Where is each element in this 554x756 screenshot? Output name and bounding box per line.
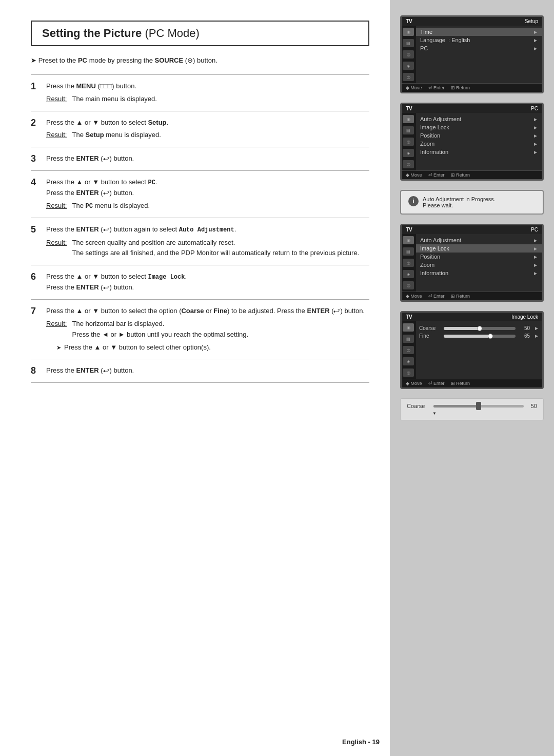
- screen4-footer: ◆ Move ⏎ Enter ⊞ Return: [402, 292, 542, 300]
- screen5-body: ◉ ▤ ◎ ◈ ◎ Coarse 50 ►: [402, 321, 542, 379]
- step-content-4: Press the ▲ or ▼ button to select PC. Pr…: [46, 171, 369, 218]
- screen-2-pc: TV PC ◉ ▤ ◎ ◈ ◎ Auto Adjustment ►: [400, 103, 544, 181]
- step-content-8: Press the ENTER (⮐) button.: [46, 359, 369, 383]
- bottom-coarse-thumb: [476, 402, 481, 410]
- tv-icon2-4: ◈: [403, 149, 414, 157]
- page: Setting the Picture (PC Mode) Preset to …: [0, 0, 554, 756]
- footer-move-4: ◆ Move: [406, 294, 422, 299]
- tv-icon4-5: ◎: [403, 281, 414, 289]
- menu2-zoom-label: Zoom: [420, 141, 434, 147]
- footer-return-5: ⊞ Return: [451, 381, 470, 386]
- screen-5-imagelock: TV Image Lock ◉ ▤ ◎ ◈ ◎ Coarse: [400, 311, 544, 389]
- step-row-8: 8 Press the ENTER (⮐) button.: [31, 359, 369, 383]
- screen-1-setup: TV Setup ◉ ▤ ◎ ◈ ◎ Time ► Langua: [400, 15, 544, 93]
- fine-slider-row: Fine 65 ►: [419, 333, 539, 339]
- screen1-footer: ◆ Move ⏎ Enter ⊞ Return: [402, 83, 542, 92]
- step-num-3: 3: [31, 147, 46, 171]
- menu2-imagelock-label: Image Lock: [420, 124, 449, 130]
- step-num-4: 4: [31, 171, 46, 218]
- info-text-2: Please wait.: [423, 202, 496, 208]
- screen2-tv-label: TV: [406, 106, 412, 111]
- step-content-5: Press the ENTER (⮐) button again to sele…: [46, 218, 369, 265]
- menu4-autoadj: Auto Adjustment ►: [416, 236, 542, 244]
- page-title-normal: (PC Mode): [142, 27, 199, 40]
- steps-table: 1 Press the MENU (□□□) button. Result: T…: [31, 74, 369, 383]
- menu2-imagelock-arrow: ►: [533, 125, 538, 130]
- menu2-position-label: Position: [420, 132, 440, 139]
- coarse-thumb: [477, 326, 482, 331]
- step-row-7: 7 Press the ▲ or ▼ button to select the …: [31, 300, 369, 359]
- menu-item-pc-arrow: ►: [533, 46, 538, 51]
- screen4-header: TV PC: [402, 225, 542, 234]
- menu-item-time-arrow: ►: [533, 29, 538, 35]
- step-num-2: 2: [31, 111, 46, 147]
- info-text: Auto Adjustment in Progress. Please wait…: [423, 196, 496, 208]
- sub-arrow-text-7: Press the ▲ or ▼ button to select other …: [64, 342, 211, 353]
- footer-enter-2: ⏎ Enter: [428, 172, 445, 178]
- step-row-4: 4 Press the ▲ or ▼ button to select PC. …: [31, 171, 369, 218]
- step-num-5: 5: [31, 218, 46, 265]
- coarse-label: Coarse: [419, 325, 440, 331]
- screen2-icons: ◉ ▤ ◎ ◈ ◎: [402, 113, 416, 170]
- result-7: Result: The horizontal bar is displayed.…: [46, 319, 369, 340]
- step-content-7: Press the ▲ or ▼ button to select the op…: [46, 300, 369, 359]
- menu2-imagelock: Image Lock ►: [416, 123, 542, 131]
- menu2-position-arrow: ►: [533, 133, 538, 139]
- step-num-6: 6: [31, 265, 46, 300]
- menu4-autoadj-label: Auto Adjustment: [420, 237, 461, 243]
- fine-arrow: ►: [534, 333, 539, 339]
- screen-3-info: i Auto Adjustment in Progress. Please wa…: [400, 190, 544, 215]
- footer-return-4: ⊞ Return: [451, 294, 470, 299]
- screen1-icons: ◉ ▤ ◎ ◈ ◎: [402, 26, 416, 83]
- step-num-1: 1: [31, 75, 46, 111]
- menu4-info-label: Information: [420, 270, 448, 276]
- tv-icon5-1: ◉: [403, 323, 414, 332]
- page-number: English - 19: [342, 738, 380, 746]
- menu4-autoadj-arrow: ►: [533, 238, 538, 243]
- menu2-info: Information ►: [416, 148, 542, 156]
- tv-icon5-2: ▤: [403, 335, 414, 343]
- menu4-position-label: Position: [420, 254, 440, 260]
- page-title: Setting the Picture (PC Mode): [42, 27, 200, 40]
- page-title-box: Setting the Picture (PC Mode): [31, 21, 369, 46]
- result-label-2: Result:: [46, 130, 67, 141]
- intro-line: Preset to the PC mode by pressing the SO…: [31, 56, 369, 64]
- result-text-5: The screen quality and position are auto…: [72, 238, 359, 259]
- tv-icon-3: ◎: [403, 50, 414, 59]
- tv-icon5-5: ◎: [403, 369, 414, 377]
- fine-fill: [444, 335, 490, 338]
- screen5-tv-label: TV: [406, 314, 412, 320]
- bottom-coarse-bar: [433, 405, 524, 408]
- fine-label: Fine: [419, 333, 440, 339]
- screen2-body: ◉ ▤ ◎ ◈ ◎ Auto Adjustment ► Image Lock ►: [402, 113, 542, 170]
- screen5-icons: ◉ ▤ ◎ ◈ ◎: [402, 321, 416, 379]
- tv-icon-2: ▤: [403, 39, 414, 47]
- screen5-header: TV Image Lock: [402, 313, 542, 321]
- step-content-6: Press the ▲ or ▼ button to select Image …: [46, 265, 369, 300]
- result-label-5: Result:: [46, 238, 67, 259]
- bottom-slider-row: Coarse 50: [407, 403, 537, 409]
- screen4-title: PC: [531, 227, 538, 232]
- menu-item-language-arrow: ►: [533, 37, 538, 43]
- footer-move-5: ◆ Move: [406, 381, 422, 386]
- result-text-4: The PC menu is displayed.: [72, 201, 150, 211]
- tv-icon-5: ◎: [403, 73, 414, 81]
- screen1-header: TV Setup: [402, 17, 542, 26]
- screen1-body: ◉ ▤ ◎ ◈ ◎ Time ► Language : English ►: [402, 26, 542, 83]
- tv-icon4-1: ◉: [403, 236, 414, 244]
- tv-icon4-4: ◈: [403, 270, 414, 278]
- tv-icon2-5: ◎: [403, 160, 414, 168]
- step-row-3: 3 Press the ENTER (⮐) button.: [31, 147, 369, 171]
- footer-enter-5: ⏎ Enter: [428, 381, 445, 386]
- fine-thumb: [488, 334, 493, 339]
- footer-return-1: ⊞ Return: [451, 85, 470, 90]
- page-footer: English - 19: [342, 738, 380, 746]
- screen1-title: Setup: [525, 18, 538, 24]
- menu4-position: Position ►: [416, 253, 542, 261]
- menu4-imagelock: Image Lock ►: [416, 244, 542, 253]
- footer-enter-1: ⏎ Enter: [428, 85, 445, 90]
- footer-move-1: ◆ Move: [406, 85, 422, 90]
- menu-item-time: Time ►: [416, 28, 542, 36]
- menu4-position-arrow: ►: [533, 254, 538, 260]
- footer-return-2: ⊞ Return: [451, 172, 470, 178]
